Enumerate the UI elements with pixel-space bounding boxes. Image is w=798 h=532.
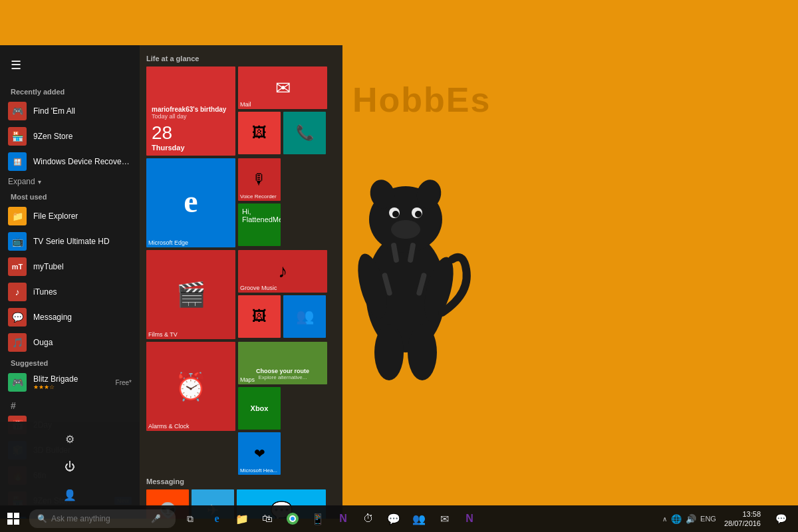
hamburger-icon[interactable]: ☰ — [0, 52, 27, 78]
taskbar-store[interactable]: 🛍 — [255, 505, 279, 532]
hobbes-title: HobbEs — [352, 80, 491, 120]
power-icon[interactable]: ⏻ — [0, 454, 140, 480]
desktop: HobbEs — [0, 0, 798, 532]
app-icon-mytubel: mT — [8, 257, 27, 276]
taskbar-file-explorer[interactable]: 📁 — [230, 505, 254, 532]
app-icon-messaging: 💬 — [8, 308, 27, 327]
mic-icon: 🎤 — [151, 514, 161, 523]
user-icon[interactable]: 👤 — [0, 481, 140, 508]
action-center-icon[interactable]: 💬 — [769, 505, 793, 532]
svg-rect-18 — [14, 513, 19, 518]
taskbar-store-icon: 🛍 — [262, 513, 273, 525]
svg-rect-20 — [14, 519, 19, 525]
taskbar-whatsapp[interactable]: 📱 — [306, 505, 330, 532]
app-icon-windows-recovery: 🪟 — [8, 152, 27, 171]
app-icon-itunes: ♪ — [8, 283, 27, 301]
tile-ms-health[interactable]: ❤ Microsoft Hea... — [238, 432, 281, 475]
tile-edge[interactable]: e Microsoft Edge — [146, 158, 235, 247]
tile-alarms[interactable]: ⏰ Alarms & Clock — [146, 342, 235, 431]
app-itunes[interactable]: ♪ iTunes — [0, 279, 140, 305]
taskbar-mail[interactable]: ✉ — [432, 505, 456, 532]
app-messaging[interactable]: 💬 Messaging — [0, 305, 140, 330]
taskbar-clock-icon: ⏱ — [363, 513, 374, 525]
taskbar-onenote2[interactable]: N — [458, 505, 481, 532]
taskbar-onenote[interactable]: N — [331, 505, 355, 532]
app-mytubel[interactable]: mT myTubel — [0, 254, 140, 279]
photos-sm-icon: 🖼 — [252, 308, 267, 325]
app-name-find-em-all: Find 'Em All — [33, 106, 132, 116]
tile-ms-health-label: Microsoft Hea... — [238, 466, 281, 475]
groove-icon: ♪ — [278, 261, 287, 282]
app-icon-ouga: 🎵 — [8, 333, 27, 352]
svg-rect-19 — [7, 519, 13, 525]
xbox-label: Xbox — [249, 403, 270, 414]
expand-button[interactable]: Expand ▾ — [0, 174, 140, 189]
tile-photos[interactable]: 🖼 — [238, 112, 281, 154]
tile-photos-sm[interactable]: 🖼 — [238, 295, 281, 338]
people-icon: 👥 — [296, 308, 314, 325]
app-tv-serie[interactable]: 📺 TV Serie Ultimate HD — [0, 229, 140, 254]
network-icon[interactable]: 🌐 — [671, 514, 682, 524]
taskbar-task-view[interactable]: ⧉ — [178, 505, 202, 532]
app-name-tv-serie: TV Serie Ultimate HD — [33, 237, 132, 246]
svg-rect-17 — [7, 513, 13, 518]
blitz-stars: ★★★☆ — [33, 384, 113, 390]
search-input[interactable] — [51, 514, 151, 523]
time-date-display[interactable]: 13:58 28/07/2016 — [719, 509, 766, 529]
tile-mail[interactable]: ✉ Mail — [238, 66, 327, 109]
app-blitz-brigade[interactable]: 🎮 Blitz Brigade ★★★☆ Free* — [0, 370, 140, 395]
app-name-mytubel: myTubel — [33, 262, 132, 271]
tile-phone[interactable]: 📞 — [283, 112, 326, 154]
svg-point-16 — [391, 220, 420, 239]
taskbar-edge[interactable]: e — [205, 505, 229, 532]
taskbar-chrome[interactable] — [281, 505, 305, 532]
tile-calendar[interactable]: mariofreak63's birthday Today all day 28… — [146, 66, 235, 156]
tile-maps[interactable]: Choose your route Explore alternative...… — [238, 342, 327, 384]
photos-icon: 🖼 — [252, 124, 267, 142]
app-name-messaging: Messaging — [33, 313, 132, 322]
windows-logo-icon — [7, 513, 19, 525]
ms-health-icon: ❤ — [254, 446, 265, 462]
volume-icon[interactable]: 🔊 — [686, 514, 696, 524]
chevron-icon[interactable]: ∧ — [662, 515, 667, 523]
tile-films-tv[interactable]: 🎬 Films & TV — [146, 250, 235, 339]
taskbar-onenote2-icon: N — [466, 513, 473, 525]
messaging-label: Messaging — [146, 477, 336, 485]
svg-point-15 — [415, 211, 422, 217]
alarms-icon: ⏰ — [174, 371, 207, 402]
settings-icon[interactable]: ⚙ — [0, 426, 140, 452]
blitz-free-badge: Free* — [116, 379, 132, 386]
start-menu-tiles: Life at a glance mariofreak63's birthday… — [140, 45, 342, 519]
taskbar-search-bar[interactable]: 🔍 🎤 — [29, 509, 176, 528]
tile-voice-recorder[interactable]: 🎙 Voice Recorder — [238, 158, 281, 201]
tile-groove[interactable]: ♪ Groove Music — [238, 250, 327, 293]
app-icon-tv-serie: 📺 — [8, 232, 27, 251]
app-file-explorer[interactable]: 📁 File Explorer — [0, 203, 140, 229]
start-menu-left: ☰ Recently added 🎮 Find 'Em All 🏪 9Zen S… — [0, 45, 140, 519]
tile-films-tv-label: Films & TV — [146, 330, 235, 339]
app-ouga[interactable]: 🎵 Ouga — [0, 330, 140, 355]
tile-people[interactable]: 👥 — [283, 295, 326, 338]
time-display: 13:58 — [742, 509, 761, 519]
calendar-date: 28 — [152, 122, 172, 144]
taskbar-people-icon: 👥 — [412, 513, 426, 525]
app-name-itunes: iTunes — [33, 287, 132, 297]
date-display: 28/07/2016 — [724, 519, 761, 528]
tile-mail-label: Mail — [238, 100, 327, 109]
app-windows-recovery[interactable]: 🪟 Windows Device Recovery Tool — [0, 149, 140, 174]
language-label[interactable]: ENG — [700, 515, 716, 523]
taskbar-people[interactable]: 👥 — [407, 505, 431, 532]
app-name-windows-recovery: Windows Device Recovery Tool — [33, 157, 132, 166]
action-center-bubble: 💬 — [775, 513, 787, 524]
tile-xbox-msg[interactable]: Hi, FlattenedMender — [238, 203, 281, 246]
app-find-em-all[interactable]: 🎮 Find 'Em All — [0, 98, 140, 124]
svg-point-14 — [392, 211, 399, 217]
tile-xbox[interactable]: Xbox — [238, 387, 281, 430]
taskbar-start-button[interactable] — [0, 505, 27, 532]
taskbar-app-icons: e 📁 🛍 📱 N ⏱ — [205, 505, 481, 532]
start-menu: ☰ Recently added 🎮 Find 'Em All 🏪 9Zen S… — [0, 45, 342, 519]
taskbar-mail-icon: ✉ — [440, 513, 449, 525]
taskbar-clock[interactable]: ⏱ — [356, 505, 380, 532]
app-9zen-store-recent[interactable]: 🏪 9Zen Store — [0, 124, 140, 149]
taskbar-feedback[interactable]: 💬 — [382, 505, 406, 532]
